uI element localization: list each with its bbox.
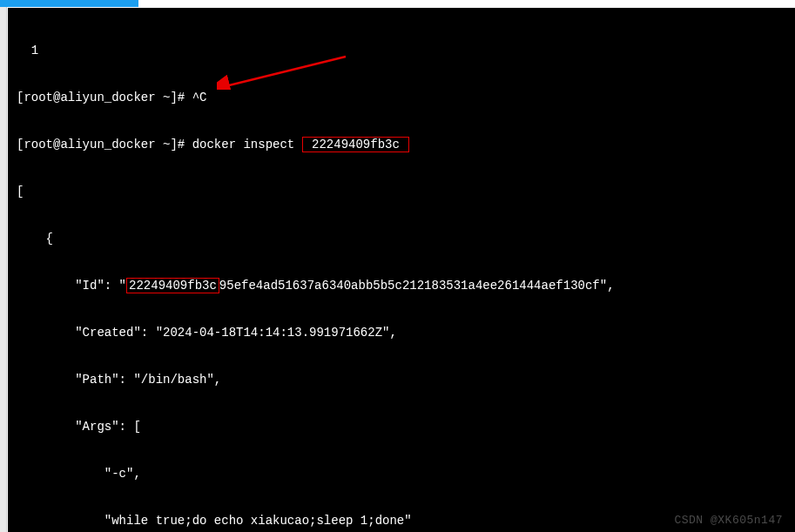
window-frame: 1 [root@aliyun_docker ~]# ^C [root@aliyu… [0, 0, 795, 532]
prompt-line-1: [root@aliyun_docker ~]# ^C [17, 90, 795, 105]
json-created: "Created": "2024-04-18T14:14:13.99197166… [17, 325, 795, 340]
container-id-highlight: 22249409fb3c [302, 137, 410, 152]
left-gutter [0, 7, 7, 532]
json-open-bracket: [ [17, 184, 795, 199]
json-open-brace: { [17, 231, 795, 246]
json-args-c: "-c", [17, 466, 795, 481]
line-number: 1 [17, 43, 795, 58]
json-id-line: "Id": "22249409fb3c95efe4ad51637a6340abb… [17, 278, 795, 293]
prompt-prefix: [root@aliyun_docker ~]# docker inspect [17, 138, 302, 152]
terminal-viewport[interactable]: 1 [root@aliyun_docker ~]# ^C [root@aliyu… [8, 8, 795, 532]
id-label: "Id": " [17, 279, 126, 293]
json-args-open: "Args": [ [17, 419, 795, 434]
json-args-cmd: "while true;do echo xiakucao;sleep 1;don… [17, 513, 795, 529]
id-prefix-highlight: 22249409fb3c [126, 278, 219, 293]
id-rest: 95efe4ad51637a6340abb5b5c212183531a4ee26… [219, 279, 615, 293]
prompt-line-2: [root@aliyun_docker ~]# docker inspect 2… [17, 137, 795, 152]
titlebar-fragment [0, 0, 138, 7]
json-path: "Path": "/bin/bash", [17, 372, 795, 387]
